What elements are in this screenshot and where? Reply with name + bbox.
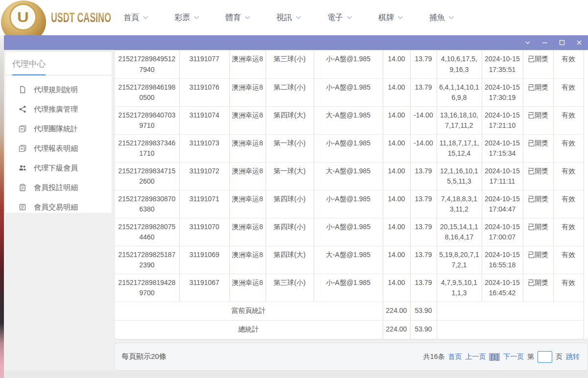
report-icon	[19, 144, 26, 152]
cell-amount: 14.00	[383, 162, 410, 190]
site-header: U USDT CASINO 首頁 彩票 體育 視訊 電子	[0, 0, 588, 35]
cell-profit: 13.79	[410, 190, 437, 218]
table-row[interactable]: 2152172898461980500 31191076 澳洲幸运8 第二球(小…	[115, 78, 584, 106]
sidebar-item-member-transaction-detail[interactable]: 會員交易明細	[5, 197, 112, 217]
cell-draw-numbers: 20,15,14,1,18,16,4,17	[437, 218, 482, 246]
nav-item-electronic[interactable]: 電子	[327, 13, 352, 23]
cell-valid: 有效	[553, 50, 584, 78]
nav-item-sports[interactable]: 體育	[225, 13, 250, 23]
cell-valid: 有效	[553, 218, 584, 246]
table-row[interactable]: 2152172898347152600 31191072 澳洲幸运8 第一球(大…	[115, 162, 584, 190]
prev-page-link[interactable]: 上一页	[465, 353, 486, 361]
cell-play: 第四球(大)	[266, 246, 314, 274]
chevron-down-icon	[295, 16, 301, 20]
sidebar-item-agent-team-stats[interactable]: 代理團隊統計	[5, 119, 112, 139]
cell-period: 31191067	[179, 274, 229, 302]
summary-empty	[437, 320, 584, 339]
jump-button[interactable]: 跳转	[566, 353, 580, 361]
cell-draw-numbers: 6,4,1,14,10,16,9,8	[437, 78, 482, 106]
cell-period: 31191074	[179, 106, 229, 134]
chevron-down-icon	[448, 16, 454, 20]
cell-play: 第四球(小)	[266, 218, 314, 246]
window-titlebar	[4, 35, 588, 50]
window-collapse-button[interactable]	[524, 39, 532, 47]
table-row[interactable]: 2152172898308706380 31191071 澳洲幸运8 第四球(小…	[115, 190, 584, 218]
sidebar-item-member-bet-detail[interactable]: 會員投註明細	[5, 178, 112, 197]
summary-profit: 53.90	[410, 320, 437, 339]
table-row[interactable]: 2152172898495127940 31191077 澳洲幸运8 第三球(小…	[115, 50, 584, 78]
minimize-icon	[541, 39, 548, 46]
agent-center-window: 代理中心 代理規則說明 代理推廣管理 代理團隊統計	[4, 35, 588, 378]
table-row[interactable]: 2152172898251872390 31191069 澳洲幸运8 第四球(大…	[115, 246, 584, 274]
sidebar-item-agent-rules[interactable]: 代理規則說明	[5, 80, 112, 99]
cell-period: 31191076	[179, 78, 229, 106]
cell-time: 2024-10-15 17:00:07	[482, 218, 523, 246]
nav-item-lottery[interactable]: 彩票	[174, 13, 199, 23]
cell-bet-id: 2152172898251872390	[115, 246, 179, 274]
cell-status: 已開獎	[523, 78, 553, 106]
sidebar-menu: 代理規則說明 代理推廣管理 代理團隊統計 代理報表明細	[5, 75, 112, 217]
cell-game: 澳洲幸运8	[229, 134, 266, 162]
cell-profit: 13.79	[410, 274, 437, 302]
cell-draw-numbers: 5,19,8,20,7,17,2,1	[437, 246, 482, 274]
cell-profit: 13.79	[410, 218, 437, 246]
cell-odds: 小-A盤@1.985	[314, 50, 383, 78]
table-body: 2152172898495127940 31191077 澳洲幸运8 第三球(小…	[115, 50, 584, 302]
cell-period: 31191071	[179, 190, 229, 218]
cell-profit: -14.00	[410, 106, 437, 134]
cell-valid: 有效	[553, 246, 584, 274]
summary-amount: 224.00	[383, 302, 410, 320]
cell-draw-numbers: 4,7,9,5,10,11,1,3	[437, 274, 482, 302]
cell-time: 2024-10-15 17:30:19	[482, 78, 523, 106]
jump-suffix-text: 页	[556, 353, 563, 361]
modal-body: 代理中心 代理規則說明 代理推廣管理 代理團隊統計	[4, 50, 588, 371]
cell-odds: 小-A盤@1.985	[314, 78, 383, 106]
nav-item-video[interactable]: 視訊	[276, 13, 301, 23]
sidebar-item-agent-report-detail[interactable]: 代理報表明細	[5, 139, 112, 158]
transaction-icon	[19, 203, 26, 211]
cell-play: 第一球(小)	[266, 134, 314, 162]
total-count-text: 共16条	[423, 353, 445, 361]
cell-valid: 有效	[553, 274, 584, 302]
chevron-down-icon	[245, 16, 250, 20]
cell-bet-id: 2152172898194289700	[115, 274, 179, 302]
page-size-text: 每頁顯示20條	[122, 352, 167, 361]
cell-game: 澳洲幸运8	[229, 190, 266, 218]
table-row[interactable]: 2152172898280754460 31191070 澳洲幸运8 第四球(小…	[115, 218, 584, 246]
current-page-indicator: [1]	[489, 353, 500, 361]
bet-records-table: 2152172898495127940 31191077 澳洲幸运8 第三球(小…	[114, 50, 588, 340]
sidebar-item-agent-downline-members[interactable]: 代理下級會員	[5, 158, 112, 178]
cell-status: 已開獎	[523, 218, 553, 246]
coin-inner: U	[9, 3, 37, 31]
members-icon	[19, 164, 26, 172]
cell-game: 澳洲幸运8	[229, 246, 266, 274]
window-minimize-button[interactable]	[541, 39, 549, 47]
sidebar-item-agent-promotion[interactable]: 代理推廣管理	[5, 99, 112, 119]
cell-bet-id: 2152172898407039710	[115, 106, 179, 134]
cell-odds: 大-A盤@1.985	[314, 162, 383, 190]
pagination-bar: 每頁顯示20條 共16条 首页 上一页 [1] 下一页 第 页 跳转	[114, 343, 588, 371]
cell-amount: 14.00	[383, 246, 410, 274]
window-maximize-button[interactable]	[558, 39, 566, 47]
cell-amount: 14.00	[383, 190, 410, 218]
table-row[interactable]: 2152172898194289700 31191067 澳洲幸运8 第三球(小…	[115, 274, 584, 302]
pager: 共16条 首页 上一页 [1] 下一页 第 页 跳转	[423, 351, 580, 363]
cell-profit: 13.79	[410, 50, 437, 78]
first-page-link[interactable]: 首页	[448, 353, 462, 361]
page-number-input[interactable]	[538, 351, 552, 363]
cell-odds: 小-A盤@1.985	[314, 274, 383, 302]
cell-bet-id: 2152172898347152600	[115, 162, 179, 190]
window-close-button[interactable]	[575, 39, 583, 47]
cell-odds: 小-A盤@1.985	[314, 134, 383, 162]
nav-item-boardgames[interactable]: 棋牌	[378, 13, 403, 23]
cell-period: 31191072	[179, 162, 229, 190]
next-page-link[interactable]: 下一页	[503, 353, 524, 361]
cell-amount: 14.00	[383, 50, 410, 78]
site-logo[interactable]: U USDT CASINO	[0, 0, 142, 35]
table-row[interactable]: 2152172898373461710 31191073 澳洲幸运8 第一球(小…	[115, 134, 584, 162]
cell-game: 澳洲幸运8	[229, 218, 266, 246]
nav-item-fishing[interactable]: 捕魚	[429, 13, 454, 23]
chevron-down-icon	[397, 16, 403, 20]
table-row[interactable]: 2152172898407039710 31191074 澳洲幸运8 第四球(大…	[115, 106, 584, 134]
cell-time: 2024-10-15 17:04:47	[482, 190, 523, 218]
